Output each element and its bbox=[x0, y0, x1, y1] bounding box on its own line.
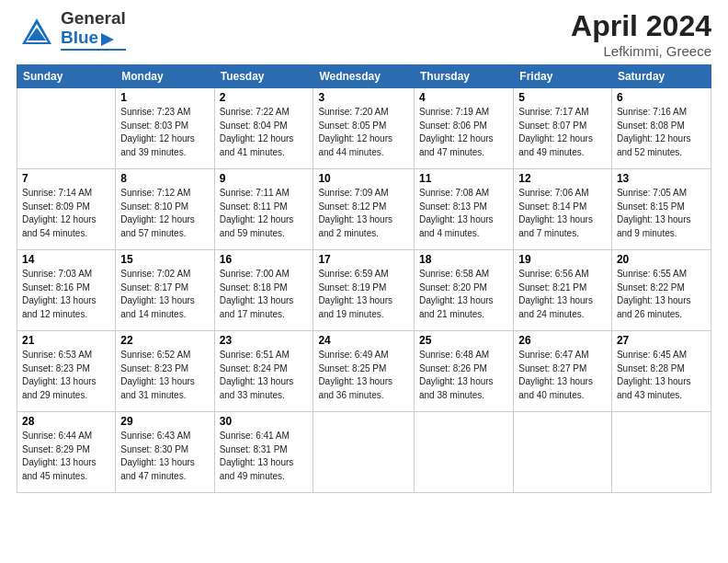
day-info: Sunrise: 7:23 AMSunset: 8:03 PMDaylight:… bbox=[120, 106, 209, 159]
day-info: Sunrise: 7:11 AMSunset: 8:11 PMDaylight:… bbox=[220, 187, 309, 240]
day-info: Sunrise: 7:00 AMSunset: 8:18 PMDaylight:… bbox=[220, 268, 309, 321]
day-number: 17 bbox=[318, 253, 409, 266]
day-info: Sunrise: 6:56 AMSunset: 8:21 PMDaylight:… bbox=[518, 268, 607, 321]
day-info: Sunrise: 6:58 AMSunset: 8:20 PMDaylight:… bbox=[419, 268, 508, 321]
day-number: 8 bbox=[120, 172, 209, 185]
col-friday: Friday bbox=[514, 65, 612, 88]
day-number: 27 bbox=[617, 334, 706, 347]
day-info: Sunrise: 7:16 AMSunset: 8:08 PMDaylight:… bbox=[617, 106, 706, 159]
day-cell: 27Sunrise: 6:45 AMSunset: 8:28 PMDayligh… bbox=[611, 331, 711, 412]
day-number: 28 bbox=[22, 415, 110, 428]
col-thursday: Thursday bbox=[414, 65, 513, 88]
day-cell: 18Sunrise: 6:58 AMSunset: 8:20 PMDayligh… bbox=[414, 250, 513, 331]
day-cell: 29Sunrise: 6:43 AMSunset: 8:30 PMDayligh… bbox=[116, 412, 214, 493]
day-cell: 9Sunrise: 7:11 AMSunset: 8:11 PMDaylight… bbox=[214, 169, 313, 250]
logo-arrow-icon bbox=[101, 33, 114, 46]
day-number: 25 bbox=[419, 334, 508, 347]
day-number: 1 bbox=[120, 91, 209, 104]
day-cell: 4Sunrise: 7:19 AMSunset: 8:06 PMDaylight… bbox=[414, 88, 513, 169]
header-row: Sunday Monday Tuesday Wednesday Thursday… bbox=[17, 65, 711, 88]
day-cell: 8Sunrise: 7:12 AMSunset: 8:10 PMDaylight… bbox=[116, 169, 214, 250]
day-info: Sunrise: 6:44 AMSunset: 8:29 PMDaylight:… bbox=[22, 430, 110, 483]
day-cell: 28Sunrise: 6:44 AMSunset: 8:29 PMDayligh… bbox=[17, 412, 116, 493]
day-cell: 7Sunrise: 7:14 AMSunset: 8:09 PMDaylight… bbox=[17, 169, 116, 250]
logo-general-text: General bbox=[61, 9, 126, 29]
day-cell: 3Sunrise: 7:20 AMSunset: 8:05 PMDaylight… bbox=[313, 88, 415, 169]
col-tuesday: Tuesday bbox=[214, 65, 313, 88]
calendar-table: Sunday Monday Tuesday Wednesday Thursday… bbox=[17, 64, 711, 493]
day-number: 14 bbox=[22, 253, 110, 266]
day-cell: 16Sunrise: 7:00 AMSunset: 8:18 PMDayligh… bbox=[214, 250, 313, 331]
day-cell: 12Sunrise: 7:06 AMSunset: 8:14 PMDayligh… bbox=[514, 169, 612, 250]
day-number: 3 bbox=[318, 91, 409, 104]
day-cell: 10Sunrise: 7:09 AMSunset: 8:12 PMDayligh… bbox=[313, 169, 415, 250]
day-info: Sunrise: 7:05 AMSunset: 8:15 PMDaylight:… bbox=[617, 187, 706, 240]
day-number: 21 bbox=[22, 334, 110, 347]
day-cell: 25Sunrise: 6:48 AMSunset: 8:26 PMDayligh… bbox=[414, 331, 513, 412]
day-info: Sunrise: 7:19 AMSunset: 8:06 PMDaylight:… bbox=[419, 106, 508, 159]
day-info: Sunrise: 7:02 AMSunset: 8:17 PMDaylight:… bbox=[120, 268, 209, 321]
day-cell: 5Sunrise: 7:17 AMSunset: 8:07 PMDaylight… bbox=[514, 88, 612, 169]
day-cell bbox=[514, 412, 612, 493]
week-row-1: 1Sunrise: 7:23 AMSunset: 8:03 PMDaylight… bbox=[17, 88, 711, 169]
day-cell: 1Sunrise: 7:23 AMSunset: 8:03 PMDaylight… bbox=[116, 88, 214, 169]
svg-marker-4 bbox=[101, 33, 114, 46]
day-info: Sunrise: 7:09 AMSunset: 8:12 PMDaylight:… bbox=[318, 187, 409, 240]
day-cell: 30Sunrise: 6:41 AMSunset: 8:31 PMDayligh… bbox=[214, 412, 313, 493]
day-cell: 2Sunrise: 7:22 AMSunset: 8:04 PMDaylight… bbox=[214, 88, 313, 169]
day-number: 30 bbox=[220, 415, 309, 428]
day-info: Sunrise: 7:17 AMSunset: 8:07 PMDaylight:… bbox=[518, 106, 607, 159]
day-info: Sunrise: 7:12 AMSunset: 8:10 PMDaylight:… bbox=[120, 187, 209, 240]
day-cell bbox=[611, 412, 711, 493]
day-info: Sunrise: 6:55 AMSunset: 8:22 PMDaylight:… bbox=[617, 268, 706, 321]
day-info: Sunrise: 6:48 AMSunset: 8:26 PMDaylight:… bbox=[419, 349, 508, 402]
day-cell bbox=[313, 412, 415, 493]
logo-underline bbox=[61, 49, 126, 51]
day-number: 16 bbox=[220, 253, 309, 266]
day-number: 6 bbox=[617, 91, 706, 104]
day-info: Sunrise: 7:08 AMSunset: 8:13 PMDaylight:… bbox=[419, 187, 508, 240]
day-info: Sunrise: 6:45 AMSunset: 8:28 PMDaylight:… bbox=[617, 349, 706, 402]
day-info: Sunrise: 6:49 AMSunset: 8:25 PMDaylight:… bbox=[318, 349, 409, 402]
day-info: Sunrise: 6:43 AMSunset: 8:30 PMDaylight:… bbox=[120, 430, 209, 483]
day-info: Sunrise: 6:52 AMSunset: 8:23 PMDaylight:… bbox=[120, 349, 209, 402]
logo-name: General Blue bbox=[61, 9, 126, 51]
day-cell: 21Sunrise: 6:53 AMSunset: 8:23 PMDayligh… bbox=[17, 331, 116, 412]
location-subtitle: Lefkimmi, Greece bbox=[571, 43, 711, 59]
day-info: Sunrise: 7:20 AMSunset: 8:05 PMDaylight:… bbox=[318, 106, 409, 159]
day-number: 20 bbox=[617, 253, 706, 266]
day-cell: 26Sunrise: 6:47 AMSunset: 8:27 PMDayligh… bbox=[514, 331, 612, 412]
day-number: 15 bbox=[120, 253, 209, 266]
month-title: April 2024 bbox=[571, 9, 711, 43]
day-info: Sunrise: 6:53 AMSunset: 8:23 PMDaylight:… bbox=[22, 349, 110, 402]
day-info: Sunrise: 6:59 AMSunset: 8:19 PMDaylight:… bbox=[318, 268, 409, 321]
day-info: Sunrise: 7:22 AMSunset: 8:04 PMDaylight:… bbox=[220, 106, 309, 159]
day-number: 10 bbox=[318, 172, 409, 185]
day-info: Sunrise: 6:51 AMSunset: 8:24 PMDaylight:… bbox=[220, 349, 309, 402]
page: General Blue April 2024 Lefkimmi, Greece… bbox=[0, 0, 728, 563]
col-wednesday: Wednesday bbox=[313, 65, 415, 88]
week-row-2: 7Sunrise: 7:14 AMSunset: 8:09 PMDaylight… bbox=[17, 169, 711, 250]
week-row-3: 14Sunrise: 7:03 AMSunset: 8:16 PMDayligh… bbox=[17, 250, 711, 331]
day-cell: 19Sunrise: 6:56 AMSunset: 8:21 PMDayligh… bbox=[514, 250, 612, 331]
day-cell: 17Sunrise: 6:59 AMSunset: 8:19 PMDayligh… bbox=[313, 250, 415, 331]
day-cell: 22Sunrise: 6:52 AMSunset: 8:23 PMDayligh… bbox=[116, 331, 214, 412]
title-block: April 2024 Lefkimmi, Greece bbox=[571, 9, 711, 59]
day-cell: 6Sunrise: 7:16 AMSunset: 8:08 PMDaylight… bbox=[611, 88, 711, 169]
day-number: 7 bbox=[22, 172, 110, 185]
day-cell: 20Sunrise: 6:55 AMSunset: 8:22 PMDayligh… bbox=[611, 250, 711, 331]
logo: General Blue bbox=[17, 9, 126, 52]
col-sunday: Sunday bbox=[17, 65, 116, 88]
header: General Blue April 2024 Lefkimmi, Greece bbox=[17, 9, 711, 59]
day-cell: 11Sunrise: 7:08 AMSunset: 8:13 PMDayligh… bbox=[414, 169, 513, 250]
day-number: 11 bbox=[419, 172, 508, 185]
day-number: 18 bbox=[419, 253, 508, 266]
day-info: Sunrise: 6:41 AMSunset: 8:31 PMDaylight:… bbox=[220, 430, 309, 483]
day-number: 5 bbox=[518, 91, 607, 104]
day-info: Sunrise: 7:03 AMSunset: 8:16 PMDaylight:… bbox=[22, 268, 110, 321]
day-number: 19 bbox=[518, 253, 607, 266]
logo-icon bbox=[17, 11, 57, 52]
day-number: 9 bbox=[220, 172, 309, 185]
day-cell: 15Sunrise: 7:02 AMSunset: 8:17 PMDayligh… bbox=[116, 250, 214, 331]
day-info: Sunrise: 7:06 AMSunset: 8:14 PMDaylight:… bbox=[518, 187, 607, 240]
